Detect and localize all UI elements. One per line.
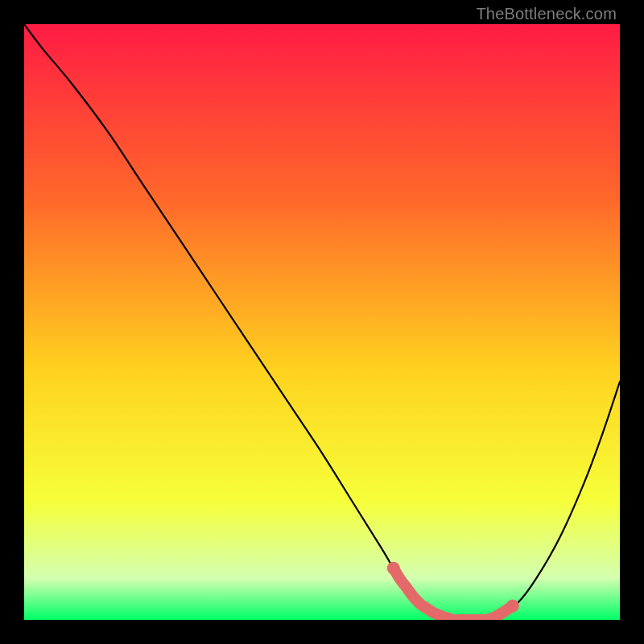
sweet-spot-end-dot [506, 600, 519, 613]
gradient-background [24, 24, 620, 620]
watermark-text: TheBottleneck.com [476, 5, 617, 23]
sweet-spot-start-dot [387, 562, 400, 575]
chart-frame [24, 24, 620, 620]
bottleneck-chart [24, 24, 620, 620]
